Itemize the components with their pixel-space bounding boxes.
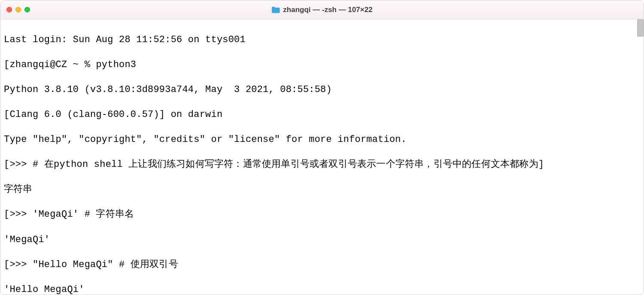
zoom-button[interactable]	[24, 7, 30, 12]
scrollbar-thumb[interactable]	[637, 19, 644, 37]
terminal-line: [>>> "Hello MegaQi" # 使用双引号	[4, 258, 640, 271]
terminal-line: [>>> 'MegaQi' # 字符串名	[4, 208, 640, 221]
terminal-line: [Clang 6.0 (clang-600.0.57)] on darwin	[4, 108, 640, 121]
terminal-line: Last login: Sun Aug 28 11:52:56 on ttys0…	[4, 34, 640, 46]
minimize-button[interactable]	[15, 7, 21, 12]
window-title-text: zhangqi — -zsh — 107×22	[283, 6, 372, 14]
terminal-line: Python 3.8.10 (v3.8.10:3d8993a744, May 3…	[4, 83, 640, 96]
terminal-line: Type "help", "copyright", "credits" or "…	[4, 133, 640, 146]
window-title: zhangqi — -zsh — 107×22	[271, 6, 372, 14]
terminal-line: 字符串	[4, 183, 640, 196]
folder-icon	[271, 6, 280, 13]
terminal-line: [>>> # 在python shell 上让我们练习如何写字符：通常使用单引号…	[4, 158, 640, 171]
terminal-content[interactable]: Last login: Sun Aug 28 11:52:56 on ttys0…	[0, 19, 644, 295]
window-titlebar: zhangqi — -zsh — 107×22	[0, 0, 644, 19]
terminal-line: 'MegaQi'	[4, 234, 640, 246]
traffic-lights	[6, 7, 30, 12]
close-button[interactable]	[6, 7, 12, 12]
terminal-line: 'Hello MegaQi'	[4, 283, 640, 295]
terminal-line: [zhangqi@CZ ~ % python3	[4, 58, 640, 71]
